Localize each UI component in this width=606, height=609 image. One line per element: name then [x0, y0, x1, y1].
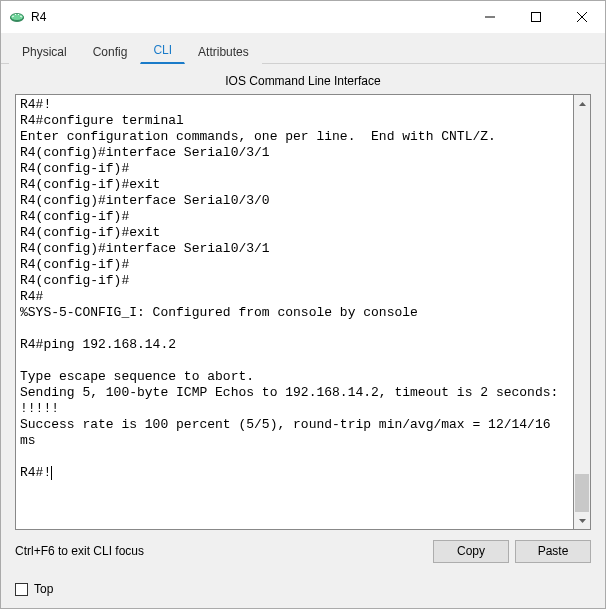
terminal-scrollbar[interactable] — [574, 94, 591, 530]
paste-button[interactable]: Paste — [515, 540, 591, 563]
cli-output: R4#! R4#configure terminal Enter configu… — [20, 97, 558, 480]
scroll-thumb[interactable] — [575, 474, 589, 512]
tab-panel-cli: IOS Command Line Interface R4#! R4#confi… — [1, 63, 605, 572]
top-checkbox-label: Top — [34, 582, 53, 596]
scroll-up-arrow[interactable] — [574, 95, 590, 112]
tab-cli[interactable]: CLI — [140, 37, 185, 64]
copy-button[interactable]: Copy — [433, 540, 509, 563]
tab-config[interactable]: Config — [80, 39, 141, 64]
top-checkbox[interactable] — [15, 583, 28, 596]
text-cursor — [51, 466, 52, 480]
window-title: R4 — [31, 10, 46, 24]
cli-header: IOS Command Line Interface — [15, 74, 591, 88]
cli-helper-text: Ctrl+F6 to exit CLI focus — [15, 544, 427, 558]
router-icon — [9, 9, 25, 25]
bottom-bar: Top — [1, 572, 605, 608]
tab-bar: Physical Config CLI Attributes — [1, 33, 605, 63]
close-button[interactable] — [559, 1, 605, 33]
cli-footer-row: Ctrl+F6 to exit CLI focus Copy Paste — [15, 538, 591, 564]
titlebar[interactable]: R4 — [1, 1, 605, 33]
cli-terminal[interactable]: R4#! R4#configure terminal Enter configu… — [15, 94, 574, 530]
svg-rect-3 — [532, 13, 541, 22]
tab-attributes[interactable]: Attributes — [185, 39, 262, 64]
minimize-button[interactable] — [467, 1, 513, 33]
window-controls — [467, 1, 605, 33]
scroll-down-arrow[interactable] — [574, 512, 590, 529]
tab-physical[interactable]: Physical — [9, 39, 80, 64]
app-window: R4 Physical Config CLI Attributes IOS Co… — [0, 0, 606, 609]
scroll-track[interactable] — [574, 112, 590, 512]
terminal-container: R4#! R4#configure terminal Enter configu… — [15, 94, 591, 530]
maximize-button[interactable] — [513, 1, 559, 33]
content-area: Physical Config CLI Attributes IOS Comma… — [1, 33, 605, 608]
